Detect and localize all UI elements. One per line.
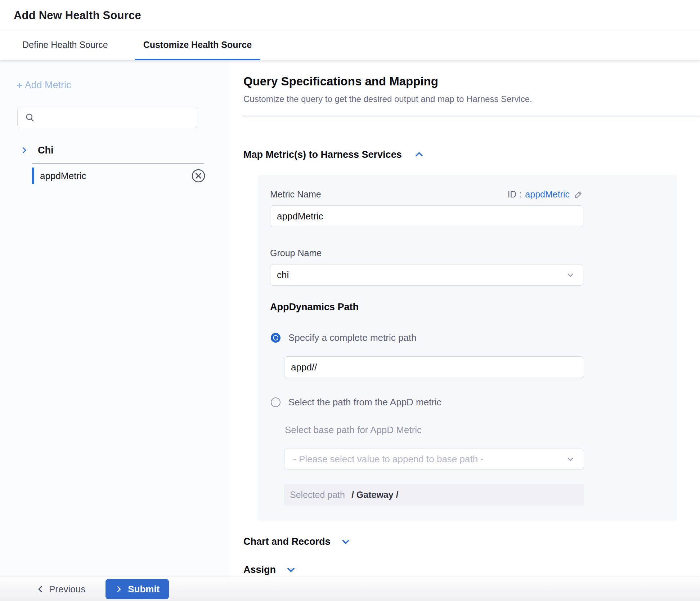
group-name-select[interactable]: chi bbox=[270, 264, 583, 286]
delete-metric-icon[interactable] bbox=[190, 168, 206, 184]
tree-item-appdmetric[interactable]: appdMetric bbox=[0, 165, 229, 187]
selected-path-strip: Selected path / Gateway / bbox=[284, 484, 584, 506]
tab-bar: Define Health Source Customize Health So… bbox=[0, 31, 700, 60]
title-bar: Add New Health Source bbox=[0, 0, 700, 31]
base-path-placeholder: - Please select value to append to base … bbox=[293, 454, 484, 465]
radio-unselected-icon[interactable] bbox=[271, 397, 281, 407]
chart-and-records-title: Chart and Records bbox=[243, 536, 331, 547]
chevron-down-icon bbox=[566, 270, 575, 280]
map-metrics-title: Map Metric(s) to Harness Services bbox=[243, 149, 402, 160]
id-label: ID : bbox=[507, 189, 521, 200]
add-metric-label: Add Metric bbox=[25, 80, 71, 91]
option-complete-metric-path-label: Specify a complete metric path bbox=[288, 332, 417, 343]
group-name-label: Group Name bbox=[270, 248, 677, 258]
metric-name-input[interactable] bbox=[270, 205, 583, 227]
option-select-appd-path-label: Select the path from the AppD metric bbox=[288, 397, 441, 408]
chevron-left-icon bbox=[36, 585, 45, 593]
map-metrics-section-header: Map Metric(s) to Harness Services bbox=[243, 149, 700, 160]
previous-button[interactable]: Previous bbox=[36, 584, 85, 595]
heading-divider bbox=[243, 116, 700, 116]
metrics-sidebar: + Add Metric Chi a bbox=[0, 60, 229, 577]
map-metrics-form-panel: Metric Name ID : appdMetric Group Name c… bbox=[258, 175, 677, 521]
chart-and-records-section-header: Chart and Records bbox=[243, 536, 700, 547]
search-input[interactable] bbox=[40, 107, 197, 128]
top-bar: Add New Health Source Define Health Sour… bbox=[0, 0, 700, 60]
chevron-down-icon[interactable] bbox=[340, 536, 351, 547]
selected-path-value: / Gateway / bbox=[351, 490, 399, 500]
submit-button[interactable]: Submit bbox=[106, 579, 169, 599]
chevron-right-icon bbox=[115, 585, 123, 593]
chevron-right-icon[interactable] bbox=[20, 146, 28, 155]
base-path-label: Select base path for AppD Metric bbox=[285, 424, 677, 436]
tree-divider bbox=[32, 163, 204, 164]
group-name-value: chi bbox=[277, 270, 289, 281]
submit-label: Submit bbox=[128, 584, 160, 595]
metric-search[interactable] bbox=[17, 107, 197, 128]
footer-bar: Previous Submit bbox=[0, 577, 700, 601]
base-path-dropdown[interactable]: - Please select value to append to base … bbox=[284, 449, 584, 469]
search-icon bbox=[25, 112, 35, 123]
appdynamics-path-title: AppDynamics Path bbox=[270, 302, 677, 313]
content-area: + Add Metric Chi a bbox=[0, 60, 700, 577]
page-title: Add New Health Source bbox=[14, 9, 141, 22]
metric-item-label: appdMetric bbox=[40, 170, 86, 182]
metric-tree: Chi appdMetric bbox=[0, 142, 229, 187]
complete-metric-path-input[interactable] bbox=[284, 356, 584, 378]
previous-label: Previous bbox=[49, 584, 85, 595]
main-panel: Query Specifications and Mapping Customi… bbox=[229, 60, 700, 577]
section-subheading: Customize the query to get the desired o… bbox=[243, 94, 700, 104]
tree-group-chi[interactable]: Chi bbox=[0, 142, 229, 159]
option-complete-metric-path[interactable]: Specify a complete metric path bbox=[270, 332, 677, 343]
metric-id-row: ID : appdMetric bbox=[507, 189, 583, 200]
radio-selected-icon[interactable] bbox=[271, 333, 281, 343]
id-value-link[interactable]: appdMetric bbox=[525, 189, 570, 200]
assign-section-header: Assign bbox=[243, 564, 700, 575]
edit-pencil-icon[interactable] bbox=[573, 190, 583, 200]
selected-path-label: Selected path bbox=[290, 490, 345, 500]
metric-name-label: Metric Name bbox=[270, 189, 321, 200]
chevron-down-icon[interactable] bbox=[285, 564, 297, 575]
section-heading: Query Specifications and Mapping bbox=[243, 75, 700, 88]
option-select-appd-path[interactable]: Select the path from the AppD metric bbox=[270, 397, 677, 408]
tree-group-label: Chi bbox=[38, 145, 54, 156]
tab-define-health-source[interactable]: Define Health Source bbox=[14, 31, 117, 60]
tab-customize-health-source[interactable]: Customize Health Source bbox=[135, 31, 260, 60]
selected-indicator bbox=[32, 168, 34, 184]
assign-title: Assign bbox=[243, 564, 276, 575]
plus-icon: + bbox=[16, 80, 23, 91]
add-metric-button[interactable]: + Add Metric bbox=[16, 80, 71, 91]
metric-name-row: Metric Name ID : appdMetric bbox=[270, 189, 583, 200]
chevron-up-icon[interactable] bbox=[413, 149, 425, 160]
chevron-down-icon bbox=[566, 454, 575, 464]
